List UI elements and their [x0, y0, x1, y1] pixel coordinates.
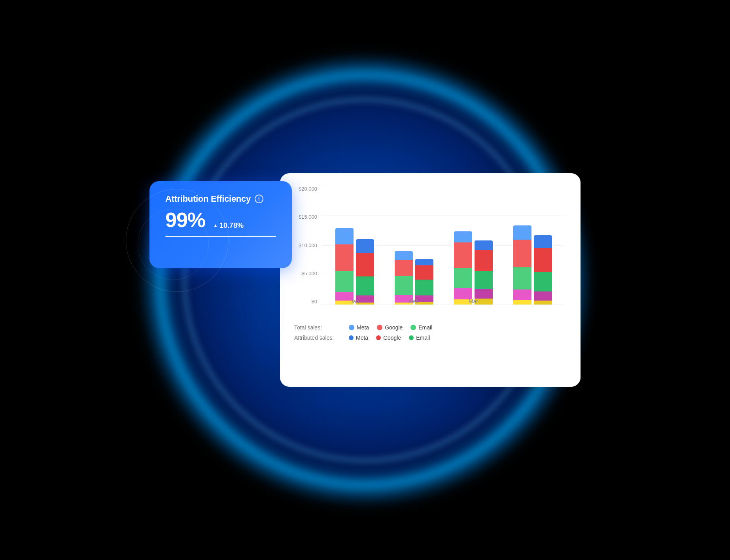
metric-change: ▲ 10.78%: [213, 221, 244, 230]
deco-circle: [126, 189, 229, 292]
legend: Total sales: Meta Google Email: [294, 324, 566, 341]
segment-blue-attr: [415, 259, 433, 265]
legend-dot-meta-attributed: [349, 335, 354, 340]
x-axis: Jan Feb Mar: [321, 293, 566, 305]
header-card: Attribution Efficiency i 99% ▲ 10.78%: [149, 181, 292, 268]
segment-red-attr: [534, 248, 552, 272]
header-title-row: Attribution Efficiency i: [165, 194, 276, 204]
segment-red-attr: [356, 253, 374, 276]
segment-red: [454, 242, 472, 268]
grid-line-4: [321, 305, 566, 305]
underline-bar: [165, 236, 276, 237]
segment-blue-attr: [475, 240, 493, 250]
legend-row-total: Total sales: Meta Google Email: [294, 324, 566, 331]
legend-total-items: Meta Google Email: [349, 324, 432, 331]
legend-row-attributed: Attributed sales: Meta Google Email: [294, 335, 566, 341]
segment-blue: [335, 228, 354, 244]
segment-green: [513, 267, 531, 289]
y-label-2: $10,000: [299, 242, 317, 248]
change-value: 10.78%: [219, 221, 244, 230]
segment-blue: [513, 225, 531, 240]
change-arrow: ▲: [213, 223, 218, 228]
legend-email-total-label: Email: [418, 324, 432, 331]
card-wrapper: Attribution Efficiency i 99% ▲ 10.78% $2…: [149, 173, 581, 387]
legend-attributed-label: Attributed sales:: [294, 335, 346, 341]
segment-red: [335, 244, 354, 271]
bars-area: [321, 186, 566, 305]
chart-card: $20,000 $15,000 $10,000 $5,000 $0: [280, 173, 581, 387]
segment-blue: [454, 231, 472, 242]
segment-blue: [395, 251, 413, 260]
segment-blue-attr: [356, 239, 374, 253]
legend-dot-google-total: [377, 325, 382, 330]
segment-red: [395, 260, 413, 276]
header-title: Attribution Efficiency: [165, 194, 251, 204]
metric-row: 99% ▲ 10.78%: [165, 210, 276, 230]
segment-green: [395, 276, 413, 295]
legend-attributed-email: Email: [409, 335, 430, 341]
chart-container: $20,000 $15,000 $10,000 $5,000 $0: [294, 186, 566, 316]
segment-red-attr: [415, 265, 433, 280]
chart-plot: Jan Feb Mar: [321, 186, 566, 305]
legend-attributed-items: Meta Google Email: [349, 335, 430, 341]
metric-value: 99%: [165, 210, 205, 230]
legend-meta-attributed-label: Meta: [356, 335, 368, 341]
legend-dot-email-attributed: [409, 335, 414, 340]
segment-green-attr: [475, 271, 493, 289]
legend-attributed-meta: Meta: [349, 335, 368, 341]
legend-dot-meta-total: [349, 325, 354, 330]
legend-dot-google-attributed: [376, 335, 381, 340]
y-label-4: $0: [312, 299, 317, 305]
legend-meta-total-label: Meta: [357, 324, 369, 331]
x-label-jan: Jan: [335, 298, 374, 305]
legend-google-total-label: Google: [385, 324, 403, 331]
legend-total-label: Total sales:: [294, 324, 346, 331]
legend-total-google: Google: [377, 324, 403, 331]
x-label-mar: Mar: [454, 298, 493, 305]
y-label-0: $20,000: [299, 186, 317, 192]
info-icon[interactable]: i: [255, 195, 263, 203]
x-label-feb: Feb: [395, 298, 433, 305]
legend-attributed-google: Google: [376, 335, 401, 341]
segment-blue-attr: [534, 235, 552, 248]
legend-dot-email-total: [410, 325, 416, 330]
segment-red: [513, 240, 531, 267]
segment-green-attr: [534, 272, 552, 291]
segment-green: [454, 268, 472, 289]
legend-total-email: Email: [410, 324, 432, 331]
legend-email-attributed-label: Email: [416, 335, 430, 341]
segment-red-attr: [475, 250, 493, 271]
y-label-1: $15,000: [299, 214, 317, 220]
legend-google-attributed-label: Google: [383, 335, 401, 341]
segment-green: [335, 271, 354, 292]
legend-total-meta: Meta: [349, 324, 369, 331]
y-label-3: $5,000: [301, 271, 317, 276]
y-axis: $20,000 $15,000 $10,000 $5,000 $0: [294, 186, 321, 305]
